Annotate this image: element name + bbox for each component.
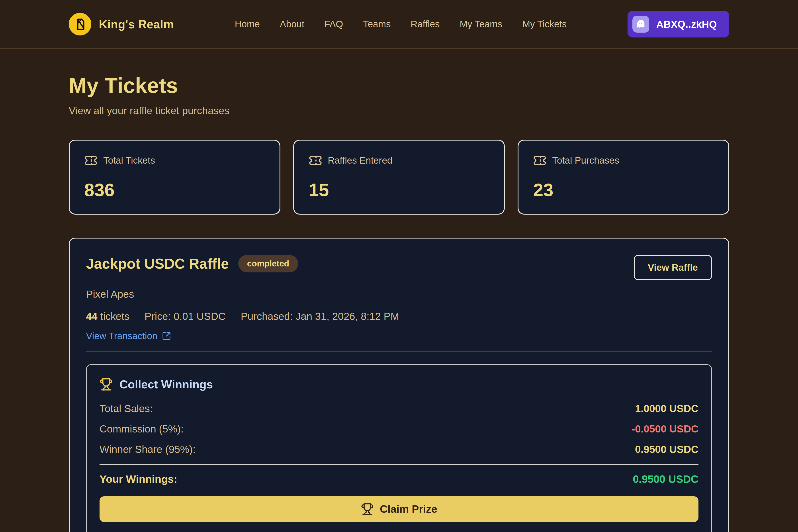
brand-name: King's Realm [99, 18, 174, 31]
card-divider [86, 352, 712, 352]
nav-item-my-teams[interactable]: My Teams [460, 19, 502, 30]
brand-logo[interactable]: King's Realm [69, 13, 174, 36]
raffle-title: Jackpot USDC Raffle [86, 255, 229, 272]
kings-realm-logo-icon [69, 13, 91, 36]
winnings-heading: Collect Winnings [119, 378, 213, 391]
stat-card-total-purchases: Total Purchases 23 [518, 140, 729, 214]
team-name: Pixel Apes [86, 288, 712, 300]
trophy-icon [361, 503, 374, 516]
tickets-count: 44 tickets [86, 310, 130, 322]
stat-label: Total Purchases [552, 155, 619, 166]
purchase-meta-row: 44 tickets Price: 0.01 USDC Purchased: J… [86, 310, 712, 322]
view-raffle-button[interactable]: View Raffle [634, 255, 712, 280]
ticket-purchase-card: Jackpot USDC Raffle completed View Raffl… [69, 238, 729, 532]
view-transaction-link[interactable]: View Transaction [86, 331, 171, 341]
nav-item-teams[interactable]: Teams [363, 19, 391, 30]
view-transaction-label: View Transaction [86, 331, 157, 341]
page-title: My Tickets [69, 73, 729, 98]
winnings-row-your-winnings: Your Winnings: 0.9500 USDC [99, 464, 699, 485]
ticket-icon [84, 154, 97, 167]
trophy-icon [99, 378, 113, 391]
wallet-address-label: ABXQ..zkHQ [657, 19, 717, 30]
stat-card-total-tickets: Total Tickets 836 [69, 140, 280, 214]
nav-item-faq[interactable]: FAQ [324, 19, 343, 30]
claim-prize-label: Claim Prize [380, 503, 437, 515]
ticket-price: Price: 0.01 USDC [145, 310, 226, 322]
stat-card-raffles-entered: Raffles Entered 15 [293, 140, 505, 214]
wallet-address-button[interactable]: ABXQ..zkHQ [628, 11, 729, 37]
nav-item-home[interactable]: Home [235, 19, 260, 30]
purchase-date: Purchased: Jan 31, 2026, 8:12 PM [241, 310, 399, 322]
phantom-ghost-icon [632, 16, 649, 33]
winnings-row-commission: Commission (5%): -0.0500 USDC [99, 423, 699, 435]
claim-prize-button[interactable]: Claim Prize [99, 496, 699, 522]
nav-item-about[interactable]: About [280, 19, 304, 30]
status-badge: completed [238, 255, 298, 272]
stat-value: 23 [533, 179, 714, 201]
stats-row: Total Tickets 836 Raffles Entered 15 Tot… [69, 140, 729, 214]
site-header: King's Realm Home About FAQ Teams Raffle… [0, 0, 798, 49]
page-subtitle: View all your raffle ticket purchases [69, 104, 729, 117]
stat-label: Raffles Entered [328, 155, 392, 166]
main-nav: Home About FAQ Teams Raffles My Teams My… [235, 19, 567, 30]
stat-label: Total Tickets [103, 155, 155, 166]
collect-winnings-panel: Collect Winnings Total Sales: 1.0000 USD… [86, 364, 712, 532]
ticket-icon [309, 154, 322, 167]
winnings-row-total-sales: Total Sales: 1.0000 USDC [99, 402, 699, 415]
stat-value: 15 [309, 179, 490, 201]
ticket-icon [533, 154, 546, 167]
nav-item-raffles[interactable]: Raffles [411, 19, 440, 30]
main-content: My Tickets View all your raffle ticket p… [69, 73, 729, 532]
nav-item-my-tickets[interactable]: My Tickets [522, 19, 567, 30]
external-link-icon [162, 331, 171, 341]
winnings-row-winner-share: Winner Share (95%): 0.9500 USDC [99, 443, 699, 455]
stat-value: 836 [84, 179, 265, 201]
